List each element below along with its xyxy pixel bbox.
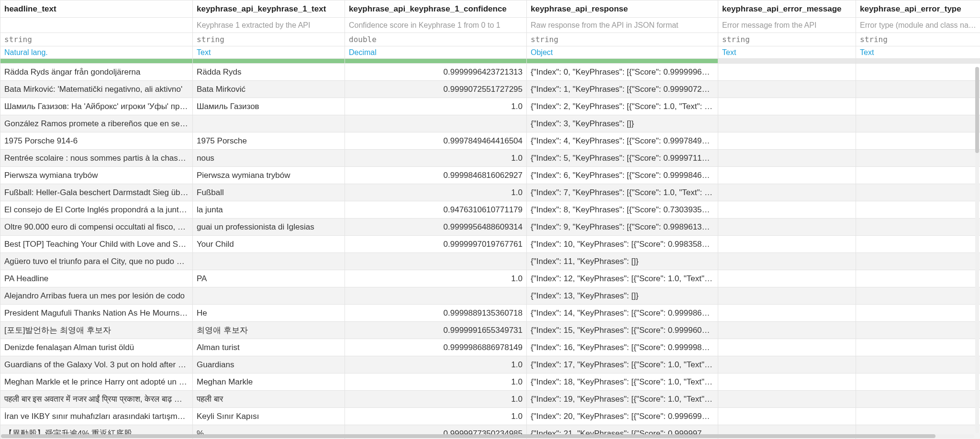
cell[interactable]: 0.9476310610771179 — [345, 201, 527, 219]
cell[interactable] — [718, 356, 856, 373]
cell[interactable] — [718, 391, 856, 408]
cell[interactable]: {"Index": 0, "KeyPhrases": [{"Score": 0.… — [527, 64, 718, 81]
cell[interactable] — [718, 322, 856, 339]
table-row[interactable]: 1975 Porsche 914-61975 Porsche0.99978494… — [0, 132, 980, 150]
cell[interactable]: {"Index": 13, "KeyPhrases": []} — [527, 287, 718, 305]
table-row[interactable]: Agüero tuvo el triunfo para el City, que… — [0, 253, 980, 270]
cell[interactable] — [718, 408, 856, 425]
cell[interactable] — [856, 184, 980, 201]
cell[interactable]: PA — [193, 270, 345, 287]
cell[interactable]: 0.9997849464416504 — [345, 132, 527, 150]
table-row[interactable]: Rentrée scolaire : nous sommes partis à … — [0, 150, 980, 167]
cell[interactable] — [193, 253, 345, 270]
cell[interactable]: {"Index": 17, "KeyPhrases": [{"Score": 1… — [527, 356, 718, 373]
cell[interactable] — [856, 322, 980, 339]
cell[interactable]: Rentrée scolaire : nous sommes partis à … — [0, 150, 193, 167]
col-semantic[interactable]: Text — [856, 46, 980, 59]
table-row[interactable]: Guardians of the Galaxy Vol. 3 put on ho… — [0, 356, 980, 373]
col-semantic[interactable]: Object — [527, 46, 718, 59]
cell[interactable]: {"Index": 19, "KeyPhrases": [{"Score": 1… — [527, 391, 718, 408]
cell[interactable]: Pierwsza wymiana trybów — [193, 167, 345, 184]
table-row[interactable]: González Ramos promete a ribereños que e… — [0, 115, 980, 132]
cell[interactable]: 0.9999956488609314 — [345, 219, 527, 236]
table-row[interactable]: Rädda Ryds ängar från gondoljärernaRädda… — [0, 64, 980, 81]
cell[interactable]: Шамиль Газизов: На 'Айброкс' игроки 'Уфы… — [0, 98, 193, 115]
cell[interactable] — [718, 150, 856, 167]
cell[interactable] — [856, 132, 980, 150]
col-header-keyphrase_api_response[interactable]: keyphrase_api_response — [527, 0, 718, 18]
cell[interactable] — [345, 287, 527, 305]
cell[interactable] — [718, 115, 856, 132]
cell[interactable]: Your Child — [193, 236, 345, 253]
cell[interactable]: President Magufuli Thanks Nation As He M… — [0, 305, 193, 322]
cell[interactable] — [856, 201, 980, 219]
cell[interactable]: 0.9999846816062927 — [345, 167, 527, 184]
cell[interactable]: 1975 Porsche 914-6 — [0, 132, 193, 150]
cell[interactable]: Oltre 90.000 euro di compensi occultati … — [0, 219, 193, 236]
cell[interactable]: Rädda Ryds ängar från gondoljärerna — [0, 64, 193, 81]
cell[interactable]: {"Index": 1, "KeyPhrases": [{"Score": 0.… — [527, 81, 718, 98]
cell[interactable]: nous — [193, 150, 345, 167]
cell[interactable]: {"Index": 10, "KeyPhrases": [{"Score": 0… — [527, 236, 718, 253]
cell[interactable]: {"Index": 2, "KeyPhrases": [{"Score": 1.… — [527, 98, 718, 115]
cell[interactable]: {"Index": 6, "KeyPhrases": [{"Score": 0.… — [527, 167, 718, 184]
cell[interactable] — [718, 167, 856, 184]
col-header-keyphrase_api_error_message[interactable]: keyphrase_api_error_message — [718, 0, 856, 18]
table-row[interactable]: Best [TOP] Teaching Your Child with Love… — [0, 236, 980, 253]
cell[interactable]: 1.0 — [345, 408, 527, 425]
cell[interactable]: {"Index": 9, "KeyPhrases": [{"Score": 0.… — [527, 219, 718, 236]
cell[interactable]: 0.9999072551727295 — [345, 81, 527, 98]
table-row[interactable]: Pierwsza wymiana trybówPierwsza wymiana … — [0, 167, 980, 184]
cell[interactable]: He — [193, 305, 345, 322]
cell[interactable]: Best [TOP] Teaching Your Child with Love… — [0, 236, 193, 253]
cell[interactable]: 0.9999996423721313 — [345, 64, 527, 81]
cell[interactable]: Denizde fenalaşan Alman turist öldü — [0, 339, 193, 356]
cell[interactable] — [345, 253, 527, 270]
cell[interactable]: 0.9999997019767761 — [345, 236, 527, 253]
cell[interactable]: Fußball — [193, 184, 345, 201]
table-row[interactable]: Meghan Markle et le prince Harry ont ado… — [0, 373, 980, 391]
cell[interactable]: 1.0 — [345, 391, 527, 408]
cell[interactable]: [포토]발언하는 최영애 후보자 — [0, 322, 193, 339]
cell[interactable] — [193, 287, 345, 305]
cell[interactable] — [856, 167, 980, 184]
vertical-scroll-thumb[interactable] — [975, 67, 979, 153]
cell[interactable]: {"Index": 16, "KeyPhrases": [{"Score": 0… — [527, 339, 718, 356]
cell[interactable] — [718, 236, 856, 253]
cell[interactable]: {"Index": 5, "KeyPhrases": [{"Score": 0.… — [527, 150, 718, 167]
cell[interactable] — [856, 373, 980, 391]
col-header-keyphrase_1_confidence[interactable]: keyphrase_api_keyphrase_1_confidence — [345, 0, 527, 18]
cell[interactable]: González Ramos promete a ribereños que e… — [0, 115, 193, 132]
col-semantic[interactable]: Decimal — [345, 46, 527, 59]
col-semantic[interactable]: Text — [718, 46, 856, 59]
cell[interactable]: El consejo de El Corte Inglés propondrá … — [0, 201, 193, 219]
table-row[interactable]: Шамиль Газизов: На 'Айброкс' игроки 'Уфы… — [0, 98, 980, 115]
cell[interactable] — [856, 339, 980, 356]
table-row[interactable]: Bata Mirković: 'Matematički negativno, a… — [0, 81, 980, 98]
col-header-keyphrase_api_error_type[interactable]: keyphrase_api_error_type — [856, 0, 980, 18]
cell[interactable]: Rädda Ryds — [193, 64, 345, 81]
table-row[interactable]: El consejo de El Corte Inglés propondrá … — [0, 201, 980, 219]
cell[interactable]: 1.0 — [345, 184, 527, 201]
cell[interactable]: Fußball: Heller-Gala beschert Darmstadt … — [0, 184, 193, 201]
cell[interactable] — [718, 373, 856, 391]
cell[interactable] — [856, 408, 980, 425]
cell[interactable]: İran ve IKBY sınır muhafızları arasındak… — [0, 408, 193, 425]
cell[interactable]: {"Index": 11, "KeyPhrases": []} — [527, 253, 718, 270]
horizontal-scrollbar[interactable] — [1, 434, 974, 438]
cell[interactable]: Guardians of the Galaxy Vol. 3 put on ho… — [0, 356, 193, 373]
col-semantic[interactable]: Natural lang. — [0, 46, 193, 59]
cell[interactable]: Bata Mirković — [193, 81, 345, 98]
cell[interactable] — [718, 305, 856, 322]
cell[interactable]: Шамиль Газизов — [193, 98, 345, 115]
table-row[interactable]: [포토]발언하는 최영애 후보자최영애 후보자0.999999165534973… — [0, 322, 980, 339]
cell[interactable] — [856, 287, 980, 305]
cell[interactable]: {"Index": 3, "KeyPhrases": []} — [527, 115, 718, 132]
cell[interactable]: 최영애 후보자 — [193, 322, 345, 339]
cell[interactable]: 0.9999986886978149 — [345, 339, 527, 356]
cell[interactable] — [718, 98, 856, 115]
cell[interactable]: PA Headline — [0, 270, 193, 287]
cell[interactable] — [856, 81, 980, 98]
cell[interactable]: {"Index": 18, "KeyPhrases": [{"Score": 1… — [527, 373, 718, 391]
table-row[interactable]: Alejandro Arribas fuera un mes por lesió… — [0, 287, 980, 305]
